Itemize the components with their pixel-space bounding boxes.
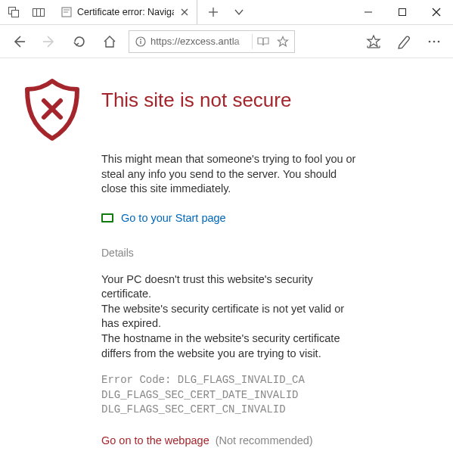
- shield-x-icon: [18, 76, 86, 145]
- addressbar-actions: [251, 32, 293, 51]
- svg-point-27: [433, 40, 436, 42]
- error-code-0: DLG_FLAGS_INVALID_CA: [178, 374, 305, 386]
- tab-favicon-cert-error-icon: [61, 6, 73, 18]
- body-column: This might mean that someone's trying to…: [101, 152, 358, 446]
- svg-point-26: [429, 40, 431, 42]
- home-button[interactable]: [95, 27, 124, 56]
- titlebar-left: [0, 0, 53, 24]
- tabs-aside-icon[interactable]: [3, 0, 26, 24]
- site-info-icon[interactable]: [134, 35, 147, 48]
- hero-row: This site is not secure: [18, 76, 435, 145]
- favorite-star-icon[interactable]: [273, 32, 293, 51]
- tab-actions: [197, 0, 255, 24]
- close-window-button[interactable]: [419, 0, 453, 24]
- warning-paragraph: This might mean that someone's trying to…: [101, 152, 358, 197]
- svg-point-28: [438, 40, 440, 42]
- show-tab-previews-icon[interactable]: [27, 0, 50, 24]
- go-to-start-page-link[interactable]: Go to your Start page: [121, 212, 226, 224]
- web-notes-icon[interactable]: [389, 27, 418, 56]
- forward-button[interactable]: [35, 27, 64, 56]
- svg-point-19: [140, 39, 141, 40]
- svg-rect-2: [33, 9, 45, 17]
- tab-menu-chevron-icon[interactable]: [226, 0, 252, 24]
- url-text[interactable]: https://ezxcess.antla: [150, 36, 251, 47]
- details-line-2: The website's security certificate is no…: [101, 303, 344, 330]
- error-code-prefix: Error Code:: [101, 374, 178, 386]
- details-heading: Details: [101, 247, 358, 259]
- svg-marker-21: [278, 36, 288, 45]
- details-text: Your PC doesn't trust this website's sec…: [101, 272, 358, 361]
- svg-rect-13: [399, 9, 405, 16]
- proceed-anyway-link[interactable]: Go on to the webpage: [101, 434, 209, 446]
- page-heading: This site is not secure: [101, 89, 291, 112]
- hero-text: This site is not secure: [101, 76, 291, 126]
- addressbar-separator: [252, 34, 253, 49]
- title-bar: Certificate error: Naviga: [0, 0, 453, 25]
- start-page-row: Go to your Start page: [101, 212, 358, 224]
- toolbar: https://ezxcess.antla: [0, 25, 453, 58]
- reading-view-icon[interactable]: [253, 32, 273, 51]
- start-page-icon: [101, 213, 113, 222]
- tab-title: Certificate error: Naviga: [77, 7, 174, 17]
- details-line-3: The hostname in the website's security c…: [101, 332, 340, 359]
- svg-marker-22: [368, 36, 380, 47]
- address-bar[interactable]: https://ezxcess.antla: [129, 30, 295, 53]
- window-controls: [351, 0, 453, 24]
- details-line-1: Your PC doesn't trust this website's sec…: [101, 273, 313, 300]
- proceed-note: (Not recommended): [216, 434, 313, 446]
- maximize-button[interactable]: [385, 0, 419, 24]
- svg-rect-1: [12, 11, 19, 17]
- tab-close-icon[interactable]: [178, 6, 191, 18]
- refresh-button[interactable]: [65, 27, 94, 56]
- page-content: This site is not secure This might mean …: [0, 58, 453, 465]
- error-code-2: DLG_FLAGS_SEC_CERT_CN_INVALID: [101, 403, 286, 415]
- minimize-button[interactable]: [351, 0, 385, 24]
- browser-tab[interactable]: Certificate error: Naviga: [53, 0, 197, 24]
- proceed-row: Go on to the webpage (Not recommended): [101, 434, 358, 446]
- titlebar-drag-area: [255, 0, 351, 24]
- more-menu-button[interactable]: [420, 27, 448, 56]
- error-code-1: DLG_FLAGS_SEC_CERT_DATE_INVALID: [101, 389, 298, 401]
- new-tab-button[interactable]: [200, 0, 226, 24]
- back-button[interactable]: [5, 27, 33, 56]
- favorites-hub-icon[interactable]: [359, 27, 388, 56]
- error-codes: Error Code: DLG_FLAGS_INVALID_CA DLG_FLA…: [101, 373, 358, 418]
